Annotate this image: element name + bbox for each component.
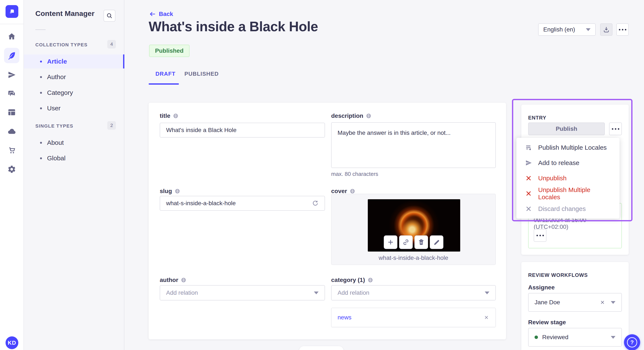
stage-status-dot	[534, 336, 538, 339]
collection-types-count: 4	[107, 40, 116, 48]
link-icon	[402, 239, 410, 246]
copy-link-button[interactable]	[399, 235, 413, 249]
menu-item-discard-changes[interactable]: Discard changes	[516, 201, 620, 216]
description-value: Maybe the answer is in this article, or …	[338, 130, 451, 136]
review-workflows-heading: REVIEW WORKFLOWS	[528, 272, 588, 278]
pencil-icon	[433, 239, 440, 246]
entry-actions-menu: Publish Multiple Locales Add to release …	[516, 138, 620, 219]
search-button[interactable]	[104, 10, 116, 22]
assignee-label: Assignee	[528, 284, 555, 291]
more-icon	[619, 29, 626, 30]
globe-icon	[366, 113, 372, 119]
tab-published[interactable]: PUBLISHED	[184, 71, 219, 77]
content-manager-icon[interactable]	[4, 48, 20, 63]
section-collection-types: COLLECTION TYPES	[35, 42, 88, 48]
next-section-card-peek	[299, 346, 344, 350]
settings-icon[interactable]	[4, 162, 20, 177]
search-icon	[106, 12, 113, 19]
author-placeholder: Add relation	[166, 289, 198, 296]
assignee-combobox[interactable]: Jane Doe	[528, 293, 622, 312]
menu-item-add-to-release[interactable]: Add to release	[516, 155, 620, 171]
sidebar-item-label: Category	[47, 89, 73, 96]
description-helper: max. 80 characters	[331, 171, 378, 177]
edit-media-button[interactable]	[430, 235, 444, 249]
clear-assignee-icon[interactable]	[600, 300, 605, 305]
cross-icon	[525, 190, 532, 197]
sidebar-item-author[interactable]: Author	[24, 70, 124, 84]
status-badge: Published	[149, 45, 190, 57]
release-more-button[interactable]	[534, 229, 546, 242]
title-value: What's inside a Black Hole	[166, 127, 236, 134]
strapi-logo-icon	[8, 8, 16, 15]
chevron-down-icon	[611, 301, 616, 304]
menu-item-label: Add to release	[538, 159, 579, 167]
regenerate-icon[interactable]	[312, 200, 318, 207]
releases-icon[interactable]	[4, 67, 20, 82]
single-types-count: 2	[107, 121, 116, 130]
menu-item-label: Unpublish Multiple Locales	[538, 186, 611, 201]
cross-icon	[525, 175, 532, 182]
back-link[interactable]: Back	[149, 11, 173, 17]
bullet-icon	[40, 107, 42, 109]
user-avatar[interactable]: KD	[6, 336, 18, 349]
review-stage-label: Review stage	[528, 319, 566, 326]
menu-item-unpublish-multiple-locales[interactable]: Unpublish Multiple Locales	[516, 186, 620, 201]
trash-icon	[418, 239, 425, 246]
add-media-button[interactable]	[384, 235, 398, 249]
title-field-label: title	[160, 113, 178, 119]
category-relation-select[interactable]: Add relation	[331, 285, 496, 301]
field-label-text: category (1)	[331, 277, 365, 283]
field-label-text: author	[160, 277, 178, 283]
cover-toolbar	[384, 235, 444, 249]
stage-value: Reviewed	[542, 334, 568, 341]
category-relation-item: news	[331, 308, 496, 327]
sidebar-item-article[interactable]: Article	[24, 54, 124, 68]
title-input[interactable]: What's inside a Black Hole	[160, 123, 325, 138]
sidebar-item-category[interactable]: Category	[24, 86, 124, 100]
help-button[interactable]: ?	[624, 334, 640, 350]
entry-more-button[interactable]	[609, 123, 622, 135]
marketplace-icon[interactable]	[4, 143, 20, 158]
tab-draft[interactable]: DRAFT	[156, 71, 176, 77]
plus-icon	[387, 239, 394, 246]
arrow-left-icon	[149, 11, 156, 17]
active-indicator	[123, 54, 124, 68]
author-relation-select[interactable]: Add relation	[160, 285, 325, 301]
menu-item-publish-multiple-locales[interactable]: Publish Multiple Locales	[516, 140, 620, 155]
active-tab-underline	[149, 83, 179, 85]
menu-item-label: Discard changes	[538, 205, 586, 212]
header-more-button[interactable]	[616, 23, 629, 36]
relation-link-news[interactable]: news	[338, 314, 352, 321]
content-manager-sidebar: Content Manager COLLECTION TYPES 4 Artic…	[24, 0, 124, 350]
media-library-icon[interactable]	[4, 86, 20, 101]
author-field-label: author	[160, 277, 186, 283]
bullet-icon	[40, 76, 42, 78]
slug-value: what-s-inside-a-black-hole	[166, 200, 236, 207]
cloud-icon[interactable]	[4, 124, 20, 139]
cover-caption: what-s-inside-a-black-hole	[332, 255, 495, 261]
globe-icon	[350, 188, 355, 194]
description-textarea[interactable]: Maybe the answer is in this article, or …	[331, 122, 496, 168]
locale-select[interactable]: English (en)	[538, 23, 596, 36]
chevron-down-icon	[485, 292, 490, 294]
strapi-logo[interactable]	[6, 5, 18, 18]
slug-input[interactable]: what-s-inside-a-black-hole	[160, 196, 325, 211]
sidebar-item-about[interactable]: About	[24, 136, 124, 150]
menu-item-unpublish[interactable]: Unpublish	[516, 171, 620, 186]
sidebar-item-global[interactable]: Global	[24, 151, 124, 165]
more-icon	[612, 128, 619, 130]
content-type-builder-icon[interactable]	[4, 105, 20, 120]
sidebar-item-user[interactable]: User	[24, 101, 124, 115]
download-button[interactable]	[600, 23, 612, 36]
publish-button[interactable]: Publish	[528, 123, 605, 135]
home-icon[interactable]	[4, 29, 20, 44]
field-label-text: Assignee	[528, 284, 555, 291]
bullet-icon	[40, 61, 42, 62]
delete-media-button[interactable]	[414, 235, 428, 249]
remove-relation-icon[interactable]	[484, 315, 490, 321]
sidebar-item-label: About	[47, 139, 64, 146]
category-placeholder: Add relation	[338, 289, 369, 296]
main-nav-rail: KD	[0, 0, 24, 350]
send-icon	[525, 159, 532, 167]
review-stage-select[interactable]: Reviewed	[528, 328, 622, 347]
